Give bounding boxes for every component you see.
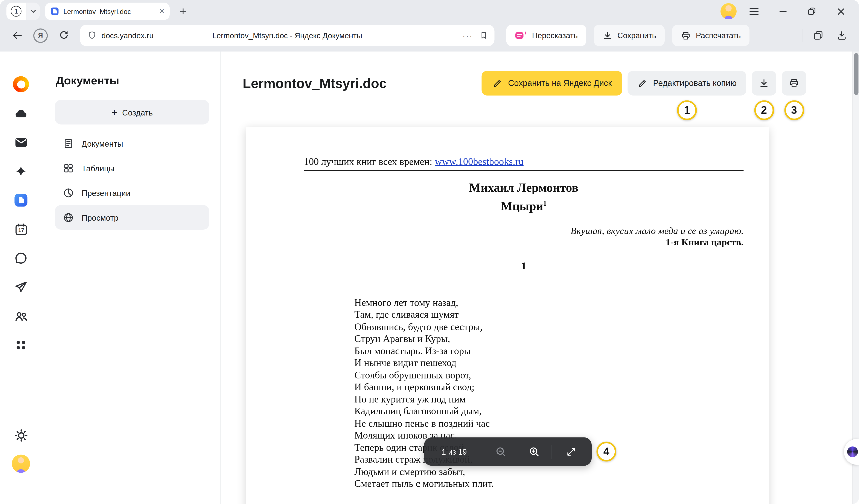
poem-line: Не слышно пенье в поздний час — [355, 417, 744, 429]
save-to-disk-button[interactable]: Сохранить на Яндекс Диск — [482, 71, 622, 95]
settings-button[interactable] — [10, 425, 32, 446]
poem-line: Но не курится уж под ним — [355, 393, 744, 405]
sidebar-item-viewer[interactable]: Просмотр — [55, 205, 209, 230]
address-bar[interactable]: docs.yandex.ru Lermontov_Mtsyri.doc - Ян… — [80, 25, 495, 46]
fullscreen-button[interactable] — [552, 438, 591, 466]
summarize-icon — [515, 31, 527, 40]
tab-list-chevron-button[interactable] — [26, 3, 40, 20]
viewer-content: Lermontov_Mtsyri.doc Сохранить на Яндекс… — [221, 51, 852, 504]
zoom-out-button[interactable] — [484, 438, 517, 466]
zoom-in-icon — [528, 446, 540, 457]
yandex-logo-button[interactable]: Я — [33, 28, 48, 43]
documents-app-button[interactable] — [10, 189, 32, 211]
hamburger-icon — [749, 8, 758, 15]
save-button[interactable]: Сохранить — [594, 25, 665, 46]
poem-line: Был монастырь. Из-за горы — [355, 345, 744, 357]
page-title-in-address: Lermontov_Mtsyri.doc - Яндекс Документы — [212, 31, 362, 40]
poem-line: Кадильниц благовонный дым, — [355, 405, 744, 417]
poem-line: Струи Арагвы и Куры, — [355, 333, 744, 345]
telemost-button[interactable] — [10, 276, 32, 298]
edit-copy-button[interactable]: Редактировать копию — [628, 71, 746, 95]
sidebar-item-presentations[interactable]: Презентации — [55, 180, 209, 205]
people-icon — [14, 309, 28, 323]
paper-plane-icon — [14, 280, 28, 294]
download-document-button[interactable] — [752, 71, 776, 95]
summarize-button[interactable]: Пересказать — [507, 25, 587, 46]
document-title: Lermontov_Mtsyri.doc — [243, 75, 387, 91]
address-overflow-icon[interactable]: ··· — [463, 31, 473, 40]
services-grid-icon — [14, 338, 28, 352]
tab-close-icon[interactable]: × — [159, 7, 164, 16]
viewer-toolbar: 1 из 19 — [424, 438, 592, 466]
tab-counter-button[interactable]: 1 — [6, 3, 40, 20]
disk-button[interactable] — [10, 103, 32, 124]
document-main-title: Мцыри1 — [304, 195, 744, 214]
print-button[interactable]: Распечатать — [672, 25, 749, 46]
chevron-down-icon — [30, 10, 36, 13]
fullscreen-icon — [566, 446, 577, 457]
poem-line: Немного лет тому назад, — [355, 297, 744, 309]
save-to-disk-label: Сохранить на Яндекс Диск — [508, 78, 612, 88]
create-button[interactable]: + Создать — [55, 100, 209, 124]
poem-line: Людьми и смертию забыт, — [355, 465, 744, 478]
alice-avatar[interactable] — [12, 455, 30, 473]
scrollbar-thumb[interactable] — [854, 53, 858, 95]
profile-avatar[interactable] — [721, 3, 737, 19]
gear-icon — [14, 428, 28, 443]
sidebar-item-documents[interactable]: Документы — [55, 131, 209, 156]
poem-line: Обнявшись, будто две сестры, — [355, 321, 744, 333]
print-label: Распечатать — [696, 31, 741, 40]
back-button[interactable] — [9, 27, 26, 44]
document-favicon — [50, 7, 59, 16]
callout-3: 3 — [784, 101, 804, 120]
maximize-button[interactable] — [800, 3, 824, 20]
yandex-start-button[interactable] — [10, 74, 32, 95]
reload-button[interactable] — [56, 27, 73, 44]
browser-chrome: 1 Lermontov_Mtsyri.doc × + — [0, 0, 859, 51]
title-text: Мцыри — [501, 199, 543, 213]
mail-icon — [14, 135, 28, 150]
document-icon — [62, 138, 74, 149]
tab-count-zone: 1 — [6, 6, 26, 17]
new-tab-button[interactable]: + — [175, 3, 191, 19]
print-document-button[interactable] — [782, 71, 807, 95]
printer-icon — [789, 78, 799, 89]
page-scrollbar[interactable] — [852, 51, 859, 504]
collections-button[interactable] — [810, 27, 827, 44]
messenger-button[interactable] — [10, 247, 32, 269]
documents-sidebar: Документы + Создать Документы Таблицы Пр… — [42, 51, 221, 504]
downloads-button[interactable] — [833, 27, 850, 44]
summarize-label: Пересказать — [532, 31, 578, 40]
page-indicator: 1 из 19 — [424, 447, 484, 456]
document-header: 100 лучших книг всех времен: www.100best… — [304, 156, 744, 171]
zoom-in-button[interactable] — [517, 438, 551, 466]
pencil-icon — [637, 78, 648, 89]
create-label: Создать — [122, 108, 153, 117]
tables-icon — [62, 162, 74, 174]
calendar-icon: 17 — [14, 222, 28, 236]
collections-icon — [813, 30, 824, 41]
navigation-bar: Я docs.yandex.ru Lermontov_Mtsyri.doc - … — [0, 22, 859, 51]
sidebar-item-label: Таблицы — [81, 163, 115, 172]
rail-bottom — [10, 425, 32, 504]
poem-line: И башни, и церковный свод; — [355, 381, 744, 393]
dzen-button[interactable] — [10, 161, 32, 182]
contacts-button[interactable] — [10, 305, 32, 327]
navbar-right-icons — [803, 27, 850, 44]
active-tab[interactable]: Lermontov_Mtsyri.doc × — [45, 3, 170, 20]
minimize-button[interactable] — [771, 3, 795, 20]
calendar-button[interactable]: 17 — [10, 218, 32, 240]
sidebar-item-label: Просмотр — [81, 213, 118, 222]
bookmark-icon[interactable] — [480, 31, 488, 40]
restore-icon — [808, 7, 816, 15]
sidebar-item-label: Документы — [81, 139, 123, 148]
all-services-button[interactable] — [10, 334, 32, 356]
sidebar-item-tables[interactable]: Таблицы — [55, 156, 209, 180]
browser-menu-button[interactable] — [742, 3, 766, 20]
yandex-start-logo-icon — [13, 76, 29, 92]
mail-button[interactable] — [10, 132, 32, 153]
download-icon — [759, 78, 769, 89]
header-link[interactable]: www.100bestbooks.ru — [435, 156, 524, 167]
printer-icon — [681, 30, 691, 41]
close-button[interactable] — [829, 3, 853, 20]
